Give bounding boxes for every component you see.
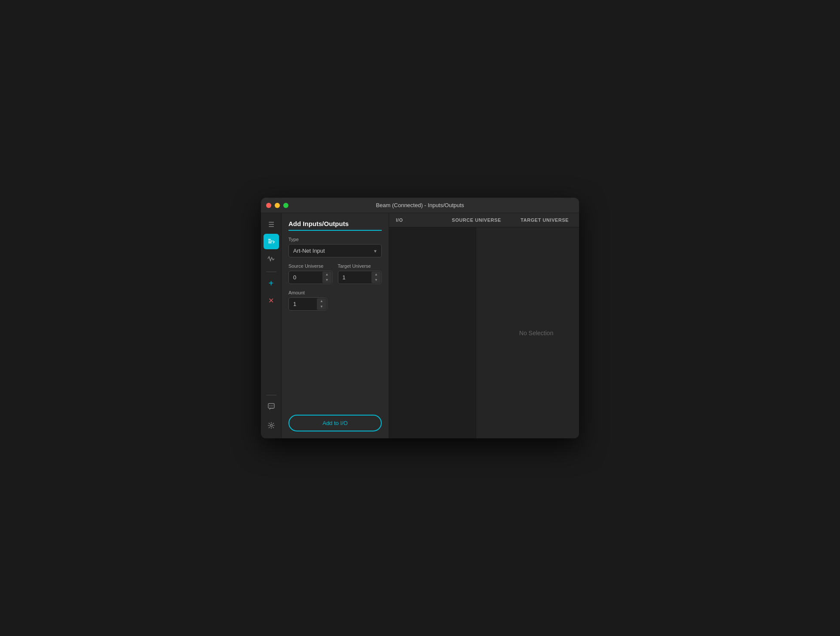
source-universe-col: Source Universe ▲ ▼ bbox=[288, 263, 333, 284]
sidebar-item-remove[interactable]: ✕ bbox=[264, 293, 279, 308]
source-universe-up[interactable]: ▲ bbox=[322, 272, 332, 278]
window-title: Beam (Connected) - Inputs/Outputs bbox=[376, 202, 464, 208]
panel-title: Add Inputs/Outputs bbox=[288, 220, 382, 231]
target-universe-up[interactable]: ▲ bbox=[371, 272, 381, 278]
close-button[interactable] bbox=[266, 203, 271, 208]
type-select-wrapper: Art-Net Input Art-Net Output sACN Input … bbox=[288, 244, 382, 257]
amount-spinners: ▲ ▼ bbox=[317, 298, 326, 310]
source-universe-input-wrapper: ▲ ▼ bbox=[288, 271, 333, 284]
amount-label: Amount bbox=[288, 290, 382, 295]
amount-down[interactable]: ▼ bbox=[317, 304, 326, 310]
target-universe-input-wrapper: ▲ ▼ bbox=[338, 271, 382, 284]
sidebar-divider-2 bbox=[266, 395, 276, 395]
sidebar-item-chat[interactable] bbox=[264, 399, 279, 414]
col-target-header: TARGET UNIVERSE bbox=[521, 217, 579, 223]
target-universe-col: Target Universe ▲ ▼ bbox=[338, 263, 382, 284]
universe-row: Source Universe ▲ ▼ Target Universe bbox=[288, 263, 382, 284]
source-universe-down[interactable]: ▼ bbox=[322, 278, 332, 284]
type-select[interactable]: Art-Net Input Art-Net Output sACN Input … bbox=[288, 244, 382, 257]
amount-up[interactable]: ▲ bbox=[317, 298, 326, 304]
sidebar-item-menu[interactable]: ☰ bbox=[264, 217, 279, 232]
svg-rect-1 bbox=[268, 241, 273, 242]
svg-rect-0 bbox=[268, 239, 271, 240]
maximize-button[interactable] bbox=[283, 203, 288, 208]
app-window: Beam (Connected) - Inputs/Outputs ☰ + bbox=[261, 198, 579, 438]
sidebar-item-add[interactable]: + bbox=[264, 275, 279, 291]
target-universe-down[interactable]: ▼ bbox=[371, 278, 381, 284]
traffic-lights bbox=[266, 203, 288, 208]
svg-point-5 bbox=[271, 406, 272, 407]
type-group: Type Art-Net Input Art-Net Output sACN I… bbox=[288, 237, 382, 257]
source-universe-spinners: ▲ ▼ bbox=[322, 272, 332, 283]
col-source-header: SOURCE UNIVERSE bbox=[452, 217, 521, 223]
target-universe-label: Target Universe bbox=[338, 263, 382, 269]
sidebar-divider-1 bbox=[266, 272, 276, 272]
no-selection-label: No Selection bbox=[519, 330, 553, 336]
sidebar-item-settings[interactable] bbox=[264, 418, 279, 433]
table-body[interactable] bbox=[389, 227, 476, 438]
source-universe-label: Source Universe bbox=[288, 263, 333, 269]
minimize-button[interactable] bbox=[275, 203, 280, 208]
right-area: I/O SOURCE UNIVERSE TARGET UNIVERSE No S… bbox=[389, 213, 579, 438]
sidebar-item-io[interactable] bbox=[264, 234, 279, 249]
table-header: I/O SOURCE UNIVERSE TARGET UNIVERSE bbox=[389, 213, 579, 227]
detail-panel: No Selection bbox=[476, 227, 579, 438]
main-content: ☰ + ✕ bbox=[261, 213, 579, 438]
amount-input-wrapper: ▲ ▼ bbox=[288, 297, 327, 311]
amount-group: Amount ▲ ▼ bbox=[288, 290, 382, 311]
left-panel: Add Inputs/Outputs Type Art-Net Input Ar… bbox=[282, 213, 389, 438]
sidebar: ☰ + ✕ bbox=[261, 213, 282, 438]
add-to-io-button[interactable]: Add to I/O bbox=[288, 415, 382, 431]
col-io-header: I/O bbox=[396, 217, 452, 223]
svg-rect-2 bbox=[268, 242, 272, 243]
svg-point-7 bbox=[270, 425, 272, 427]
sidebar-item-waveform[interactable] bbox=[264, 251, 279, 266]
svg-point-4 bbox=[269, 406, 270, 407]
svg-point-6 bbox=[272, 406, 273, 407]
titlebar: Beam (Connected) - Inputs/Outputs bbox=[261, 198, 579, 213]
type-label: Type bbox=[288, 237, 382, 242]
target-universe-spinners: ▲ ▼ bbox=[371, 272, 381, 283]
table-detail-container: No Selection bbox=[389, 227, 579, 438]
